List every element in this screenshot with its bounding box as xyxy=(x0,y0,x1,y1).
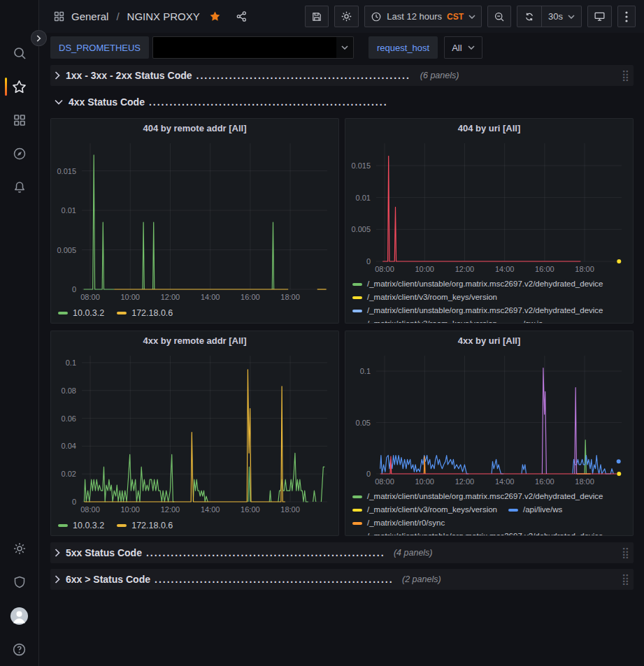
cycle-view-mode-button[interactable] xyxy=(587,6,612,27)
sidebar-item-starred[interactable] xyxy=(0,70,38,103)
variable-value-request-host[interactable]: All xyxy=(444,36,482,59)
svg-text:10:00: 10:00 xyxy=(120,293,140,301)
row-panel-count: (6 panels) xyxy=(420,71,459,80)
svg-text:0.015: 0.015 xyxy=(57,167,76,175)
legend-item[interactable]: 10.0.3.2 xyxy=(58,307,104,320)
svg-text:14:00: 14:00 xyxy=(201,505,220,514)
row-drag-handle[interactable]: ⣿ xyxy=(622,548,629,558)
row-4xx[interactable]: 4xx Status Code ........................… xyxy=(50,92,634,113)
svg-text:0.02: 0.02 xyxy=(62,470,76,478)
legend-item[interactable]: 172.18.0.6 xyxy=(117,519,173,533)
gear-icon xyxy=(13,542,27,556)
panel-legend: /_matrix/client/unstable/org.matrix.msc2… xyxy=(345,275,633,323)
refresh-button[interactable] xyxy=(517,6,541,27)
row-drag-handle[interactable]: ⣿ xyxy=(622,574,629,585)
svg-text:0.01: 0.01 xyxy=(356,194,371,202)
svg-text:18:00: 18:00 xyxy=(280,505,300,514)
row-title: 5xx Status Code xyxy=(66,547,142,558)
variable-label-request-host[interactable]: request_host xyxy=(368,36,438,59)
sidebar-item-server-admin[interactable] xyxy=(0,565,38,599)
sidebar-item-alerting[interactable] xyxy=(0,171,38,204)
clock-icon xyxy=(371,11,382,22)
svg-text:08:00: 08:00 xyxy=(80,505,100,514)
legend-item[interactable]: /_matrix/client/r0/sync xyxy=(352,516,445,530)
sidebar-item-profile[interactable] xyxy=(0,599,38,632)
breadcrumb-separator: / xyxy=(115,10,120,22)
legend-label: 172.18.0.6 xyxy=(131,519,173,533)
legend-item[interactable]: /_matrix/client/unstable/org.matrix.msc2… xyxy=(352,490,603,503)
legend-swatch xyxy=(352,323,362,324)
legend-item[interactable]: 10.0.3.2 xyxy=(58,519,104,533)
row-5xx[interactable]: 5xx Status Code ........................… xyxy=(50,542,634,563)
breadcrumb-section[interactable]: General xyxy=(71,10,108,22)
panel-title[interactable]: 404 by remote addr [All] xyxy=(51,119,338,138)
svg-text:08:00: 08:00 xyxy=(375,477,394,486)
row-drag-handle[interactable]: ⣿ xyxy=(622,71,629,81)
svg-text:10:00: 10:00 xyxy=(415,265,434,273)
legend-item[interactable]: /_matrix/client/unstable/org.matrix.msc2… xyxy=(352,277,603,291)
variable-label-ds-prometheus[interactable]: DS_PROMETHEUS xyxy=(50,36,149,59)
svg-text:0.005: 0.005 xyxy=(351,225,371,233)
row-dots: ........................................… xyxy=(149,96,387,108)
svg-text:0.1: 0.1 xyxy=(360,367,371,375)
panel-title[interactable]: 4xx by uri [All] xyxy=(345,331,633,351)
legend-item[interactable]: /_matrix/client/unstable/org.matrix.msc2… xyxy=(352,530,603,535)
time-range-picker[interactable]: Last 12 hours CST xyxy=(364,6,482,27)
legend-item[interactable]: /_matrix/client/v3/room_keys/version xyxy=(352,291,497,304)
top-navigation-bar: General / NGINX PROXY Last 12 hours CST xyxy=(0,0,644,33)
legend-item[interactable]: /_matrix/client/unstable/org.matrix.msc2… xyxy=(352,304,603,317)
variable-value-ds-prometheus[interactable] xyxy=(152,36,354,59)
zoom-out-icon xyxy=(494,11,505,22)
zoom-out-time-button[interactable] xyxy=(487,6,511,27)
dashboard-settings-button[interactable] xyxy=(334,6,359,27)
legend-item[interactable]: /_matrix/client/v3/room_keys/version xyxy=(352,503,497,516)
chart-canvas[interactable]: 08:0010:0012:0014:0016:0018:0000.0050.01… xyxy=(345,138,633,275)
chevron-down-icon xyxy=(341,45,348,50)
svg-text:12:00: 12:00 xyxy=(455,265,475,273)
save-dashboard-button[interactable] xyxy=(305,6,329,27)
sidebar-item-configuration[interactable] xyxy=(0,532,38,565)
svg-text:0.015: 0.015 xyxy=(351,161,371,170)
row-dots: ........................................… xyxy=(155,574,392,585)
svg-text:12:00: 12:00 xyxy=(161,505,180,514)
legend-item[interactable]: /api/live/ws xyxy=(508,503,562,516)
sidebar-item-dashboards[interactable] xyxy=(0,103,38,137)
legend-label: /_matrix/client/r0/sync xyxy=(367,516,445,530)
legend-label: 10.0.3.2 xyxy=(73,519,104,533)
favorite-star-icon[interactable] xyxy=(209,10,221,22)
panel-title[interactable]: 404 by uri [All] xyxy=(345,119,633,138)
row-6xx[interactable]: 6xx > Status Code ......................… xyxy=(50,569,634,590)
chart-canvas[interactable]: 08:0010:0012:0014:0016:0018:0000.020.040… xyxy=(51,351,338,516)
svg-text:0: 0 xyxy=(72,285,76,294)
legend-item[interactable]: /_matrix/client/v3/room_keys/version xyxy=(352,317,497,323)
chart-canvas[interactable]: 08:0010:0012:0014:0016:0018:0000.0050.01… xyxy=(51,138,338,303)
panel-title[interactable]: 4xx by remote addr [All] xyxy=(51,331,338,351)
sidebar-item-help[interactable] xyxy=(0,632,38,666)
svg-text:12:00: 12:00 xyxy=(161,293,180,301)
panel-grid: 404 by remote addr [All] 08:0010:0012:00… xyxy=(50,118,634,536)
sidebar-logo-slot xyxy=(0,0,38,36)
sidebar-expand-button[interactable] xyxy=(31,30,47,46)
chevron-down-icon xyxy=(468,15,475,19)
svg-text:0.01: 0.01 xyxy=(62,206,76,215)
more-options-button[interactable] xyxy=(617,6,636,27)
chevron-right-icon xyxy=(55,575,60,584)
sidebar-item-explore[interactable] xyxy=(0,137,38,171)
svg-text:0.1: 0.1 xyxy=(66,359,76,367)
legend-label: /_matrix/client/unstable/org.matrix.msc2… xyxy=(367,490,603,503)
legend-swatch xyxy=(508,323,518,324)
share-icon[interactable] xyxy=(236,10,248,22)
chart-canvas[interactable]: 08:0010:0012:0014:0016:0018:0000.050.1 xyxy=(345,351,633,488)
compass-icon xyxy=(13,147,27,161)
row-1xx-3xx-2xx[interactable]: 1xx - 3xx - 2xx Status Code ............… xyxy=(50,65,634,86)
legend-item[interactable]: /sw.js xyxy=(508,317,543,323)
left-sidebar xyxy=(0,0,39,666)
legend-item[interactable]: 172.18.0.6 xyxy=(117,307,173,320)
star-icon xyxy=(12,80,27,94)
legend-swatch xyxy=(352,283,362,286)
legend-label: /api/live/ws xyxy=(523,503,562,516)
svg-text:16:00: 16:00 xyxy=(535,265,554,273)
breadcrumb-dashboard-title[interactable]: NGINX PROXY xyxy=(127,10,200,22)
refresh-interval-dropdown[interactable]: 30s xyxy=(541,6,581,27)
redacted-value xyxy=(153,37,336,58)
